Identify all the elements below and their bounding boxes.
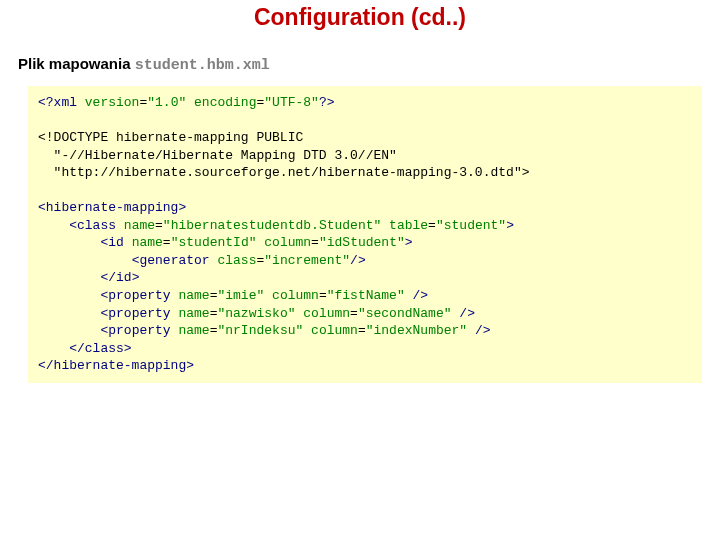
xml-code-block: <?xml version="1.0" encoding="UTF-8"?> <… xyxy=(28,86,702,383)
attr-name: name xyxy=(178,306,209,321)
str-class-name: "hibernatestudentdb.Student" xyxy=(163,218,381,233)
str-encoding: "UTF-8" xyxy=(264,95,319,110)
attr-name: name xyxy=(178,288,209,303)
doctype-line3: "http://hibernate.sourceforge.net/hibern… xyxy=(38,165,529,180)
eq: = xyxy=(358,323,366,338)
property-open: <property xyxy=(100,288,178,303)
str-prop-name: "imie" xyxy=(217,288,264,303)
attr-column: column xyxy=(295,306,350,321)
str-table: "student" xyxy=(436,218,506,233)
hibernate-mapping-close: </hibernate-mapping> xyxy=(38,358,194,373)
str-prop-name: "nrIndeksu" xyxy=(217,323,303,338)
doctype-line1: <!DOCTYPE hibernate-mapping PUBLIC xyxy=(38,130,303,145)
eq: = xyxy=(311,235,319,250)
tag-selfclose: /> xyxy=(405,288,428,303)
hibernate-mapping-open: <hibernate-mapping> xyxy=(38,200,186,215)
id-close: </id> xyxy=(100,270,139,285)
tag-selfclose: /> xyxy=(350,253,366,268)
pad xyxy=(38,323,100,338)
eq: = xyxy=(155,218,163,233)
attr-column: column xyxy=(303,323,358,338)
str-id-name: "studentId" xyxy=(171,235,257,250)
str-id-column: "idStudent" xyxy=(319,235,405,250)
attr-name: name xyxy=(178,323,209,338)
id-open: <id xyxy=(100,235,131,250)
eq: = xyxy=(163,235,171,250)
subtitle-filename: student.hbm.xml xyxy=(135,57,270,74)
subtitle: Plik mapowania student.hbm.xml xyxy=(18,55,720,74)
str-prop-name: "nazwisko" xyxy=(217,306,295,321)
attr-class: class xyxy=(217,253,256,268)
str-prop-column: "secondName" xyxy=(358,306,452,321)
pad xyxy=(38,235,100,250)
tag-selfclose: /> xyxy=(452,306,475,321)
pad xyxy=(38,341,69,356)
eq: = xyxy=(350,306,358,321)
pad xyxy=(38,306,100,321)
pad xyxy=(38,218,69,233)
str-prop-column: "fistName" xyxy=(327,288,405,303)
str-generator-class: "increment" xyxy=(264,253,350,268)
attr-column: column xyxy=(257,235,312,250)
tag-close: > xyxy=(506,218,514,233)
subtitle-prefix: Plik mapowania xyxy=(18,55,135,72)
attr-column: column xyxy=(264,288,319,303)
xml-decl-open: <?xml xyxy=(38,95,85,110)
attr-table: table xyxy=(381,218,428,233)
eq: = xyxy=(428,218,436,233)
str-prop-column: "indexNumber" xyxy=(366,323,467,338)
tag-close: > xyxy=(405,235,413,250)
generator-open: <generator xyxy=(132,253,218,268)
slide-title: Configuration (cd..) xyxy=(0,4,720,31)
doctype-line2: "-//Hibernate/Hibernate Mapping DTD 3.0/… xyxy=(38,148,397,163)
pad xyxy=(38,270,100,285)
property-open: <property xyxy=(100,323,178,338)
tag-selfclose: /> xyxy=(467,323,490,338)
attr-name: name xyxy=(124,218,155,233)
xml-decl-close: ?> xyxy=(319,95,335,110)
pad xyxy=(38,253,132,268)
class-open: <class xyxy=(69,218,124,233)
str-version: "1.0" xyxy=(147,95,186,110)
attr-name: name xyxy=(132,235,163,250)
class-close: </class> xyxy=(69,341,131,356)
attr-version: version xyxy=(85,95,140,110)
eq: = xyxy=(319,288,327,303)
property-open: <property xyxy=(100,306,178,321)
pad xyxy=(38,288,100,303)
attr-encoding: encoding xyxy=(186,95,256,110)
